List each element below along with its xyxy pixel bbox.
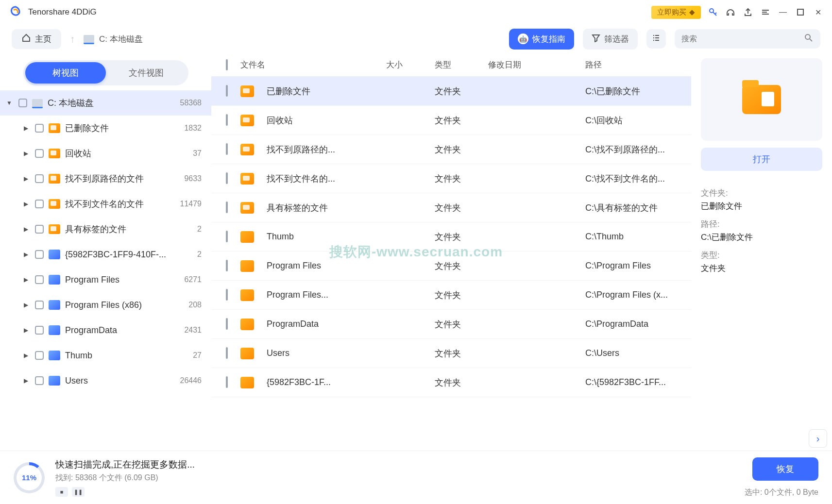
search-icon[interactable] bbox=[804, 33, 814, 45]
folder-icon bbox=[49, 149, 60, 158]
menu-icon[interactable] bbox=[760, 7, 771, 17]
checkbox[interactable] bbox=[226, 114, 228, 126]
list-row[interactable]: ProgramData文件夹C:\ProgramData bbox=[211, 310, 691, 339]
search-box[interactable] bbox=[675, 29, 820, 49]
checkbox[interactable] bbox=[226, 260, 228, 271]
list-row[interactable]: 回收站文件夹C:\回收站 bbox=[211, 106, 691, 135]
up-arrow-icon[interactable]: ↑ bbox=[70, 34, 75, 45]
view-mode-button[interactable] bbox=[646, 29, 666, 49]
chevron-down-icon[interactable]: ▼ bbox=[5, 100, 14, 106]
tree-item[interactable]: ▶已删除文件1832 bbox=[0, 116, 211, 141]
list-row[interactable]: 找不到原路径的...文件夹C:\找不到原路径的... bbox=[211, 135, 691, 164]
col-date[interactable]: 修改日期 bbox=[488, 59, 585, 70]
tree-root[interactable]: ▼ C: 本地磁盘 58368 bbox=[0, 90, 211, 116]
tree-item[interactable]: ▶Users26446 bbox=[0, 368, 211, 393]
checkbox[interactable] bbox=[35, 174, 44, 183]
row-name: {5982F3BC-1F... bbox=[267, 377, 331, 387]
checkbox[interactable] bbox=[226, 289, 228, 301]
filter-button[interactable]: 筛选器 bbox=[583, 29, 638, 50]
search-input[interactable] bbox=[681, 34, 799, 43]
tree-item[interactable]: ▶Thumb27 bbox=[0, 343, 211, 368]
close-icon[interactable]: ✕ bbox=[813, 7, 823, 17]
tree-item[interactable]: ▶{5982F3BC-1FF9-410F-...2 bbox=[0, 242, 211, 267]
tree-item-label: {5982F3BC-1FF9-410F-... bbox=[65, 250, 193, 260]
list-row[interactable]: {5982F3BC-1F...文件夹C:\{5982F3BC-1FF... bbox=[211, 368, 691, 397]
chevron-right-icon[interactable]: ▶ bbox=[21, 125, 30, 132]
list-row[interactable]: Program Files文件夹C:\Program Files bbox=[211, 252, 691, 281]
tree-item[interactable]: ▶Program Files (x86)208 bbox=[0, 292, 211, 318]
row-path: C:\Thumb bbox=[585, 232, 681, 242]
buy-now-button[interactable]: 立即购买 ◆ bbox=[651, 6, 701, 19]
tree-item[interactable]: ▶回收站37 bbox=[0, 141, 211, 166]
checkbox-all[interactable] bbox=[226, 59, 228, 70]
maximize-icon[interactable] bbox=[795, 7, 806, 17]
key-icon[interactable] bbox=[708, 7, 718, 17]
chevron-right-icon[interactable]: ▶ bbox=[21, 226, 30, 233]
list-row[interactable]: 已删除文件文件夹C:\已删除文件 bbox=[211, 77, 691, 106]
chevron-right-icon[interactable]: ▶ bbox=[21, 352, 30, 359]
checkbox[interactable] bbox=[226, 318, 228, 330]
checkbox[interactable] bbox=[226, 347, 228, 359]
chevron-right-icon[interactable]: ▶ bbox=[21, 302, 30, 308]
list-row[interactable]: Program Files...文件夹C:\Program Files (x..… bbox=[211, 281, 691, 310]
checkbox[interactable] bbox=[35, 124, 44, 133]
row-name: ProgramData bbox=[267, 319, 319, 329]
checkbox[interactable] bbox=[226, 85, 228, 97]
col-path[interactable]: 路径 bbox=[585, 59, 681, 70]
checkbox[interactable] bbox=[226, 143, 228, 155]
chevron-right-icon[interactable]: ▶ bbox=[21, 150, 30, 157]
chevron-right-icon[interactable]: ▶ bbox=[21, 251, 30, 258]
checkbox[interactable] bbox=[226, 172, 228, 184]
tree-item[interactable]: ▶找不到文件名的文件11479 bbox=[0, 191, 211, 217]
checkbox[interactable] bbox=[35, 149, 44, 158]
checkbox[interactable] bbox=[35, 275, 44, 284]
chevron-right-icon[interactable]: ▶ bbox=[21, 377, 30, 384]
headphone-icon[interactable] bbox=[725, 7, 736, 17]
col-type[interactable]: 类型 bbox=[435, 59, 488, 70]
tree-item[interactable]: ▶具有标签的文件2 bbox=[0, 217, 211, 242]
tree-item[interactable]: ▶Program Files6271 bbox=[0, 267, 211, 292]
share-icon[interactable] bbox=[743, 7, 753, 17]
recovery-guide-button[interactable]: 🤖 恢复指南 bbox=[509, 29, 574, 50]
col-size[interactable]: 大小 bbox=[386, 59, 435, 70]
list-row[interactable]: 找不到文件名的...文件夹C:\找不到文件名的... bbox=[211, 164, 691, 193]
chevron-right-icon[interactable]: ▶ bbox=[21, 175, 30, 182]
chevron-right-icon[interactable]: ▶ bbox=[21, 327, 30, 334]
chevron-right-icon[interactable]: ▶ bbox=[21, 201, 30, 207]
tab-file-view[interactable]: 文件视图 bbox=[106, 62, 187, 84]
checkbox[interactable] bbox=[226, 202, 228, 213]
checkbox[interactable] bbox=[226, 376, 228, 388]
tree: ▼ C: 本地磁盘 58368 ▶已删除文件1832▶回收站37▶找不到原路径的… bbox=[0, 90, 211, 451]
list-row[interactable]: 具有标签的文件文件夹C:\具有标签的文件 bbox=[211, 193, 691, 222]
pause-button[interactable]: ❚❚ bbox=[72, 487, 85, 497]
folder-icon bbox=[240, 377, 254, 388]
minimize-icon[interactable]: — bbox=[778, 7, 788, 17]
checkbox[interactable] bbox=[35, 225, 44, 234]
home-button[interactable]: 主页 bbox=[12, 29, 61, 49]
list-row[interactable]: Thumb文件夹C:\Thumb bbox=[211, 222, 691, 252]
col-name[interactable]: 文件名 bbox=[240, 59, 386, 70]
row-name: 找不到原路径的... bbox=[267, 144, 335, 155]
recover-button[interactable]: 恢复 bbox=[752, 457, 818, 481]
checkbox[interactable] bbox=[35, 301, 44, 309]
tree-item[interactable]: ▶ProgramData2431 bbox=[0, 318, 211, 343]
checkbox[interactable] bbox=[35, 250, 44, 259]
list-row[interactable]: Users文件夹C:\Users bbox=[211, 339, 691, 368]
next-page-button[interactable]: › bbox=[809, 429, 827, 448]
tab-tree-view[interactable]: 树视图 bbox=[25, 62, 106, 84]
checkbox[interactable] bbox=[35, 200, 44, 208]
row-path: C:\Program Files (x... bbox=[585, 290, 681, 300]
open-button[interactable]: 打开 bbox=[701, 148, 822, 171]
checkbox[interactable] bbox=[35, 376, 44, 385]
checkbox[interactable] bbox=[35, 351, 44, 360]
checkbox[interactable] bbox=[35, 326, 44, 335]
breadcrumb[interactable]: C: 本地磁盘 bbox=[84, 34, 143, 45]
meta-folder-label: 文件夹: bbox=[701, 187, 822, 199]
view-tabs: 树视图 文件视图 bbox=[23, 60, 188, 85]
chevron-right-icon[interactable]: ▶ bbox=[21, 276, 30, 283]
tree-item[interactable]: ▶找不到原路径的文件9633 bbox=[0, 166, 211, 191]
checkbox[interactable] bbox=[18, 99, 27, 107]
stop-button[interactable]: ■ bbox=[55, 487, 68, 497]
checkbox[interactable] bbox=[226, 231, 228, 242]
progress-percent: 11% bbox=[17, 465, 42, 490]
